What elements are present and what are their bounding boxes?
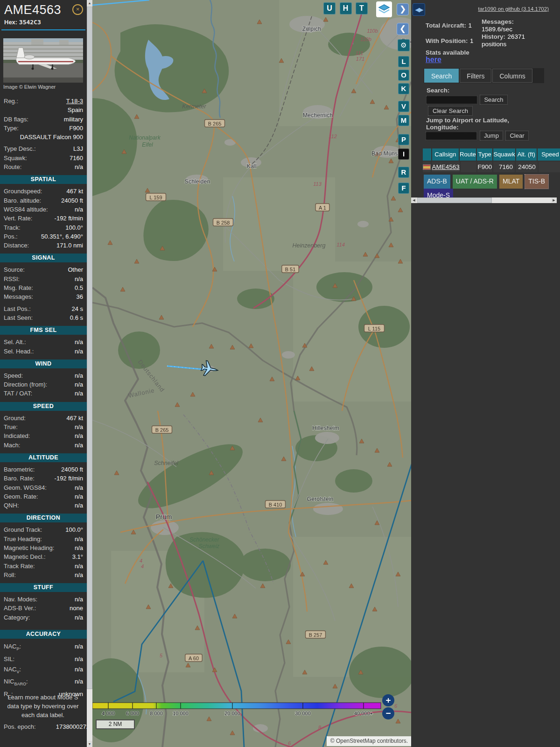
map-label: 171 [356,56,364,62]
column-header-squawk[interactable]: Squawk [493,148,515,161]
road-shield: B 410 [266,500,286,508]
history-stat: History: 26371 positions [482,33,525,48]
data-row-label: Type Desc.: [4,144,36,153]
zoom-in-button[interactable]: + [382,694,394,706]
sidebar-scrollbar[interactable]: ▲ ▼ [87,0,92,747]
data-row: Spain [0,106,87,114]
registration-link[interactable]: T.18-3 [18,97,83,106]
tab-search[interactable]: Search [424,69,459,83]
map-button-v[interactable]: V [398,101,409,112]
table-horizontal-scrollbar[interactable]: ◀ ▶ [411,197,557,203]
map-button-t[interactable]: T [356,2,368,14]
map-button-l[interactable]: L [398,56,409,67]
with-position-stat: With Position: 1 [426,36,474,45]
data-row-value: -192 ft/min [32,214,83,223]
data-row: WGS84 altitude:n/a [0,205,87,214]
legend-tis-b[interactable]: TIS-B [525,175,548,189]
data-row-value: n/a [34,347,83,356]
scroll-right-icon[interactable]: ▶ [551,197,557,203]
data-row-label: Speed: [4,371,23,380]
jump-button[interactable]: Jump [480,131,503,141]
legend-uat-ads-r[interactable]: UAT / ADS-R [453,175,497,189]
version-link[interactable]: tar1090 on github (3.14.1702) [478,6,549,12]
map-base: B 265L 159B 258A 1B 51L 115B 265B 410B 2… [92,0,411,747]
clear-search-button[interactable]: Clear Search [428,106,473,116]
data-row-label: Type: [4,124,19,133]
flag-icon[interactable] [423,162,431,172]
data-row-label: Baro. altitude: [4,196,41,205]
tab-filters[interactable]: Filters [460,69,491,83]
layers-button[interactable] [376,1,392,17]
data-row: Msg. Rate:0.5 [0,283,87,292]
map-label: Schneifel [154,460,179,466]
search-input[interactable] [426,96,477,104]
map-button-i[interactable]: I [398,148,409,160]
data-row-label: Sel. Alt.: [4,338,26,346]
column-header-alt-ft-[interactable]: Alt. (ft) [516,148,537,161]
callsign-cell[interactable]: AME4563 [432,162,459,172]
data-row-label: RSSI: [4,275,20,283]
map-label: Nationalpark [129,134,161,141]
map-label: 5 [160,653,163,658]
jump-label-line2: Longitude: [426,124,459,131]
data-row: DB flags:military [0,115,87,124]
tab-columns[interactable]: Columns [492,69,532,83]
road-shield: L 159 [146,193,166,201]
stats-here-link[interactable]: here [426,56,441,63]
sidebar-scrollbar-thumb[interactable] [87,7,92,689]
total-aircraft-stat: Total Aircraft: 1 [426,21,472,29]
aircraft-data-list: Reg.:T.18-3SpainDB flags:militaryType:F9… [0,97,87,701]
data-row-value: n/a [21,162,83,171]
zoom-out-button[interactable]: − [382,707,394,719]
map-button-p[interactable]: P [398,134,409,145]
legend-ads-b[interactable]: ADS-B [424,175,450,189]
history-value: 26371 [507,33,525,40]
data-row: Type:F900 [0,124,87,133]
panel-collapse-button[interactable]: ◀▶ [413,3,425,16]
alt-cell: 24050 [516,162,538,172]
data-row-value: 100.0° [42,525,83,534]
map-button-o[interactable]: O [398,70,409,81]
data-row-value: n/a [38,492,83,501]
svg-text:L 159: L 159 [149,195,162,200]
map-label: 6 [394,703,398,709]
close-icon[interactable]: × [72,4,83,15]
scroll-up-icon[interactable]: ▲ [87,0,92,6]
data-row: Sel. Head.:n/a [0,347,87,356]
panel-back-button[interactable]: ❮ [397,23,409,35]
map-label: 4 [141,564,144,569]
map-button-k[interactable]: K [398,83,409,94]
data-row: Pos.:50.351°, 6.490° [0,232,87,241]
table-scrollbar-thumb[interactable] [417,197,492,203]
scroll-left-icon[interactable]: ◀ [411,197,417,203]
column-header-speed[interactable]: Speed [538,148,560,161]
map-canvas[interactable]: B 265L 159B 258A 1B 51L 115B 265B 410B 2… [92,0,411,747]
data-row-label: TAT / OAT: [4,389,32,398]
legend-mlat[interactable]: MLAT [499,175,523,189]
speed-cell [539,162,560,172]
clear-jump-button[interactable]: Clear [505,131,529,141]
column-header-route[interactable]: Route [460,148,476,161]
pos-epoch-value: 1738000272 [36,722,87,731]
search-button[interactable]: Search [480,95,508,105]
settings-button[interactable]: ⚙ [398,39,410,51]
data-row-label: Groundspeed: [4,187,42,196]
column-header-callsign[interactable]: Callsign [432,148,459,161]
map-button-u[interactable]: U [323,2,336,14]
data-row: QNH:n/a [0,501,87,510]
map-button-f[interactable]: F [398,183,409,194]
aircraft-photo[interactable] [3,38,83,83]
map-button-m[interactable]: M [398,115,409,126]
jump-input[interactable] [426,132,477,140]
column-header-icon[interactable] [423,148,431,161]
data-row: Track Rate:n/a [0,562,87,571]
map-button-h[interactable]: H [340,2,352,14]
scroll-down-icon[interactable]: ▼ [87,741,92,747]
panel-expand-button[interactable]: ❯ [397,3,409,15]
map-button-r[interactable]: R [398,167,409,178]
separator [1,29,85,30]
data-row-value: Spain [4,106,83,114]
data-row-label: True: [4,423,18,431]
column-header-type[interactable]: Type [477,148,492,161]
aircraft-info-block: Reg.:T.18-3SpainDB flags:militaryType:F9… [0,97,87,171]
